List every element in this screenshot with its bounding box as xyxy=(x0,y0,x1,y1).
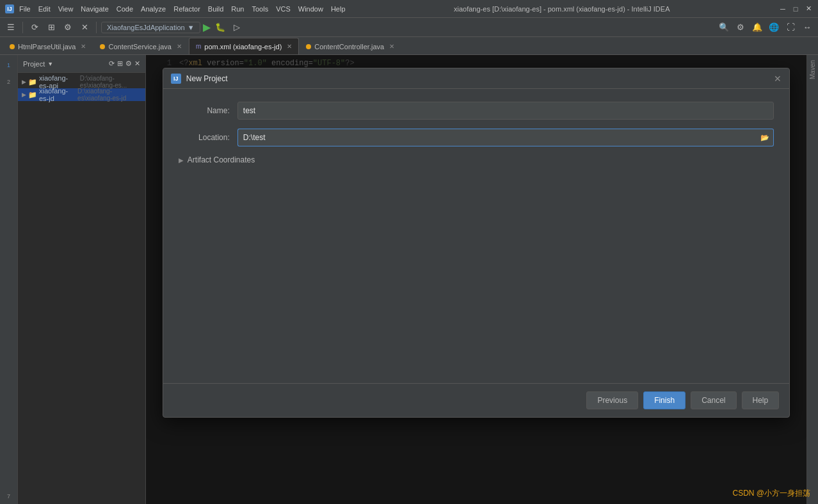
dialog-icon: IJ xyxy=(171,74,181,84)
sidebar-favorites-icon[interactable]: 2 xyxy=(1,74,17,90)
artifact-arrow-icon: ▶ xyxy=(179,157,184,164)
maven-tab[interactable]: Maven xyxy=(808,58,817,82)
project-label: Project xyxy=(23,60,45,68)
tab-contentcontroller[interactable]: ContentController.java ✕ xyxy=(299,38,401,54)
run-configuration[interactable]: XiaofangEsJdApplication ▼ xyxy=(101,22,200,33)
translate-icon[interactable]: 🌐 xyxy=(767,20,781,35)
menu-bar[interactable]: File Edit View Navigate Code Analyze Ref… xyxy=(19,5,346,13)
project-dropdown-icon[interactable]: ▼ xyxy=(47,61,53,67)
location-form-row: Location: 📂 xyxy=(179,129,774,146)
menu-view[interactable]: View xyxy=(58,5,74,13)
finish-button[interactable]: Finish xyxy=(643,391,686,409)
menu-vcs[interactable]: VCS xyxy=(276,5,291,13)
folder-icon-api: 📁 xyxy=(28,78,37,86)
minimize-button[interactable]: ─ xyxy=(778,4,787,13)
window-controls[interactable]: ─ □ ✕ xyxy=(778,4,813,13)
tree-label-jd: xiaofang-es-jd xyxy=(39,87,73,102)
help-button[interactable]: Help xyxy=(742,391,780,409)
tab-close-contentservice[interactable]: ✕ xyxy=(177,43,182,50)
location-input-group: 📂 xyxy=(237,129,774,146)
menu-code[interactable]: Code xyxy=(116,5,133,13)
tab-close-htmlparseutil[interactable]: ✕ xyxy=(81,43,86,50)
panel-settings-icon[interactable]: ⚙ xyxy=(125,59,132,68)
panel-sync-icon[interactable]: ⟳ xyxy=(109,59,115,68)
location-label: Location: xyxy=(179,133,230,142)
location-input[interactable] xyxy=(237,129,756,146)
new-project-dialog: IJ New Project ✕ Name: Location: 📂 xyxy=(163,68,790,418)
project-tree: ▶ 📁 xiaofang-es-api D:\xiaofang-es\xiaof… xyxy=(18,73,145,504)
close-panel-icon[interactable]: ✕ xyxy=(77,20,92,35)
name-input[interactable] xyxy=(237,102,774,120)
toolbar-right-section: 🔍 ⚙ 🔔 🌐 ⛶ ↔ xyxy=(717,20,814,35)
tree-arrow-api: ▶ xyxy=(22,79,26,85)
tree-item-api[interactable]: ▶ 📁 xiaofang-es-api D:\xiaofang-es\xiaof… xyxy=(18,75,145,88)
tab-label-htmlparseutil: HtmlParseUtil.java xyxy=(18,43,76,51)
previous-button[interactable]: Previous xyxy=(586,391,638,409)
menu-build[interactable]: Build xyxy=(208,5,223,13)
window-title: xiaofang-es [D:\xiaofang-es] - pom.xml (… xyxy=(351,5,773,13)
dialog-close-button[interactable]: ✕ xyxy=(774,74,782,84)
tab-close-pomxml[interactable]: ✕ xyxy=(287,43,292,50)
cancel-button[interactable]: Cancel xyxy=(691,391,736,409)
menu-file[interactable]: File xyxy=(19,5,31,13)
project-tree-toggle[interactable]: ☰ xyxy=(4,20,18,35)
close-button[interactable]: ✕ xyxy=(804,4,813,13)
tab-icon-pomxml: m xyxy=(196,43,201,50)
menu-tools[interactable]: Tools xyxy=(252,5,268,13)
toolbar: ☰ ⟳ ⊞ ⚙ ✕ XiaofangEsJdApplication ▼ ▶ 🐛 … xyxy=(0,18,818,37)
panel-close-icon[interactable]: ✕ xyxy=(134,59,140,68)
menu-run[interactable]: Run xyxy=(231,5,244,13)
search-everywhere-icon[interactable]: 🔍 xyxy=(717,20,731,35)
tree-arrow-jd: ▶ xyxy=(22,91,26,98)
title-bar: IJ File Edit View Navigate Code Analyze … xyxy=(0,0,818,18)
watermark: CSDN @小方一身担荡 xyxy=(732,488,810,499)
tab-close-contentcontroller[interactable]: ✕ xyxy=(389,43,394,50)
expand-all-icon[interactable]: ↔ xyxy=(800,20,814,35)
settings-gear-icon[interactable]: ⚙ xyxy=(734,20,748,35)
debug-button[interactable]: 🐛 xyxy=(213,20,227,35)
tab-dot-htmlparseutil xyxy=(10,44,15,49)
coverage-button[interactable]: ▷ xyxy=(230,20,244,35)
editor-area[interactable]: 1 <?xml version="1.0" encoding="UTF-8"?>… xyxy=(146,55,806,504)
menu-refactor[interactable]: Refactor xyxy=(173,5,200,13)
tab-dot-contentcontroller xyxy=(306,44,311,49)
fullscreen-icon[interactable]: ⛶ xyxy=(783,20,798,35)
tab-pomxml[interactable]: m pom.xml (xiaofang-es-jd) ✕ xyxy=(189,38,299,54)
menu-edit[interactable]: Edit xyxy=(38,5,51,13)
expand-icon[interactable]: ⊞ xyxy=(44,20,58,35)
right-sidebar: Maven xyxy=(806,55,818,504)
dialog-footer: Previous Finish Cancel Help xyxy=(163,383,789,417)
panel-expand-icon[interactable]: ⊞ xyxy=(117,59,123,68)
run-button[interactable]: ▶ xyxy=(203,21,211,33)
settings-icon[interactable]: ⚙ xyxy=(61,20,75,35)
divider-1 xyxy=(22,22,23,33)
project-panel-header: Project ▼ ⟳ ⊞ ⚙ ✕ xyxy=(18,55,145,73)
run-config-arrow: ▼ xyxy=(188,24,195,31)
tab-contentservice[interactable]: ContentService.java ✕ xyxy=(93,38,188,54)
dialog-body: Name: Location: 📂 ▶ Artifact Coordinates xyxy=(163,89,789,383)
panel-header-controls: ⟳ ⊞ ⚙ ✕ xyxy=(109,59,140,68)
menu-help[interactable]: Help xyxy=(331,5,346,13)
app-icon: IJ xyxy=(5,4,14,13)
folder-icon-jd: 📁 xyxy=(28,91,37,99)
tree-path-jd: D:\xiaofang-es\xiaofang-es-jd xyxy=(77,88,141,102)
name-label: Name: xyxy=(179,106,230,115)
tree-item-jd[interactable]: ▶ 📁 xiaofang-es-jd D:\xiaofang-es\xiaofa… xyxy=(18,88,145,101)
editor-tab-bar: HtmlParseUtil.java ✕ ContentService.java… xyxy=(0,37,818,55)
divider-2 xyxy=(96,22,97,33)
artifact-coordinates-label: Artifact Coordinates xyxy=(188,155,255,164)
sync-icon[interactable]: ⟳ xyxy=(28,20,42,35)
run-config-label: XiaofangEsJdApplication xyxy=(107,24,185,31)
tab-label-contentcontroller: ContentController.java xyxy=(314,43,384,51)
sidebar-project-icon[interactable]: 1 xyxy=(1,58,17,73)
menu-navigate[interactable]: Navigate xyxy=(81,5,108,13)
browse-button[interactable]: 📂 xyxy=(756,129,774,146)
menu-window[interactable]: Window xyxy=(298,5,323,13)
maximize-button[interactable]: □ xyxy=(791,4,800,13)
sidebar-structure-icon[interactable]: 7 xyxy=(1,489,17,504)
tab-htmlparseutil[interactable]: HtmlParseUtil.java ✕ xyxy=(3,38,93,54)
menu-analyze[interactable]: Analyze xyxy=(141,5,166,13)
notifications-icon[interactable]: 🔔 xyxy=(750,20,764,35)
name-form-row: Name: xyxy=(179,102,774,120)
artifact-coordinates-section[interactable]: ▶ Artifact Coordinates xyxy=(179,155,774,164)
